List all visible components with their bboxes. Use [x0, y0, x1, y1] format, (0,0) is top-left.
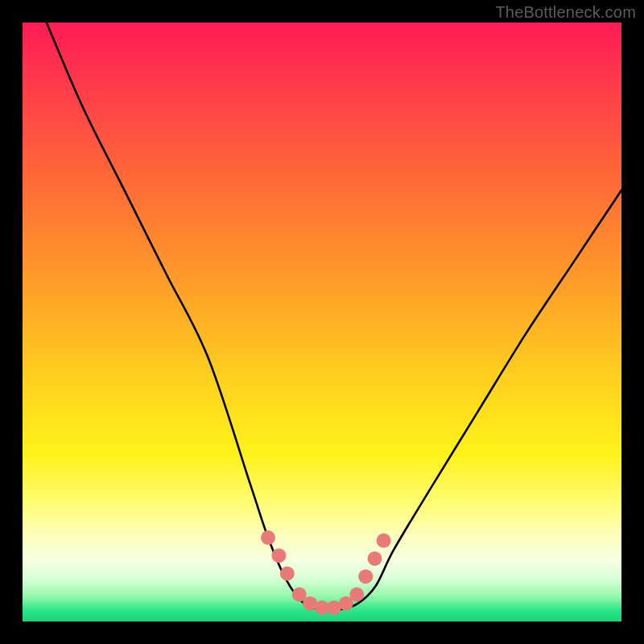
- plot-area: [23, 23, 621, 621]
- watermark-text: TheBottleneck.com: [495, 3, 636, 22]
- bead-marker: [261, 530, 275, 545]
- chart-frame: TheBottleneck.com: [0, 0, 644, 644]
- bead-marker: [280, 567, 295, 581]
- bottleneck-curve: [47, 23, 621, 610]
- bead-marker: [368, 551, 382, 566]
- bead-markers: [261, 530, 391, 615]
- curve-layer: [23, 23, 621, 621]
- bead-marker: [271, 548, 286, 563]
- bead-marker: [358, 569, 373, 584]
- bead-marker: [349, 588, 364, 602]
- bead-marker: [377, 534, 391, 548]
